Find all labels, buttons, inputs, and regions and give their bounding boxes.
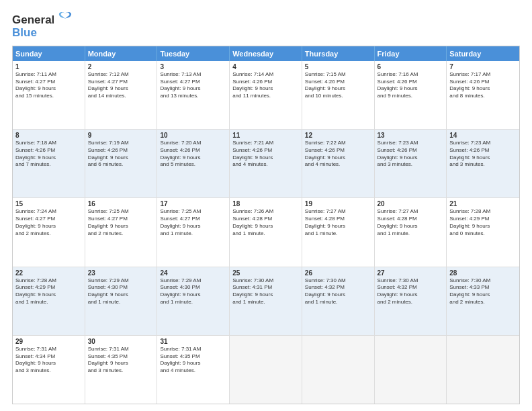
cell-line: Sunrise: 7:25 AM	[160, 208, 226, 216]
cell-line: and 5 minutes.	[160, 161, 226, 169]
cell-line: Daylight: 9 hours	[88, 223, 154, 230]
cell-line: Sunset: 4:26 PM	[160, 147, 226, 154]
cell-line: Daylight: 9 hours	[15, 223, 82, 230]
calendar: SundayMondayTuesdayWednesdayThursdayFrid…	[12, 46, 520, 404]
calendar-cell	[302, 336, 375, 404]
cell-line: Daylight: 9 hours	[232, 85, 299, 93]
cell-line: and 9 minutes.	[378, 93, 444, 100]
calendar-cell: 30Sunrise: 7:31 AMSunset: 4:35 PMDayligh…	[85, 336, 158, 404]
cell-line: Sunset: 4:26 PM	[449, 147, 517, 154]
cell-line: Sunrise: 7:28 AM	[15, 277, 82, 285]
day-number: 9	[88, 132, 154, 139]
cell-line: and 1 minute.	[160, 230, 226, 238]
calendar-cell: 10Sunrise: 7:20 AMSunset: 4:26 PMDayligh…	[157, 130, 230, 197]
cell-line: Daylight: 9 hours	[160, 291, 226, 299]
cell-line: Sunset: 4:33 PM	[449, 284, 517, 291]
cell-line: Daylight: 9 hours	[232, 291, 299, 299]
cell-line: Sunset: 4:30 PM	[160, 284, 226, 291]
cell-line: Sunrise: 7:31 AM	[15, 346, 82, 353]
cell-line: and 7 minutes.	[15, 161, 82, 169]
cell-line: and 2 minutes.	[88, 230, 154, 238]
cell-line: Sunrise: 7:31 AM	[88, 346, 154, 353]
calendar-cell: 4Sunrise: 7:14 AMSunset: 4:26 PMDaylight…	[230, 61, 302, 129]
cell-line: and 3 minutes.	[15, 367, 82, 375]
calendar-cell: 19Sunrise: 7:27 AMSunset: 4:28 PMDayligh…	[302, 198, 375, 266]
cell-line: Daylight: 9 hours	[88, 360, 154, 367]
calendar-cell: 22Sunrise: 7:28 AMSunset: 4:29 PMDayligh…	[13, 267, 85, 335]
cell-line: Sunrise: 7:17 AM	[449, 71, 517, 79]
cell-line: Sunset: 4:35 PM	[160, 353, 226, 361]
cell-line: Daylight: 9 hours	[15, 85, 82, 93]
calendar-cell	[447, 336, 519, 404]
cell-line: Daylight: 9 hours	[305, 85, 371, 93]
cell-line: Sunset: 4:26 PM	[449, 79, 517, 86]
day-number: 8	[15, 132, 82, 139]
cell-line: Sunset: 4:29 PM	[449, 216, 517, 223]
day-number: 18	[232, 200, 299, 208]
cell-line: Daylight: 9 hours	[449, 223, 517, 230]
cell-line: Daylight: 9 hours	[449, 291, 517, 299]
logo-text-blue: Blue	[12, 27, 75, 39]
cell-line: Sunset: 4:27 PM	[88, 79, 154, 86]
cell-line: Sunset: 4:35 PM	[88, 353, 154, 361]
calendar-cell: 27Sunrise: 7:30 AMSunset: 4:32 PMDayligh…	[375, 267, 447, 335]
cell-line: Sunrise: 7:13 AM	[160, 71, 226, 79]
cell-line: and 4 minutes.	[160, 367, 226, 375]
cell-line: Sunrise: 7:18 AM	[15, 140, 82, 147]
day-number: 10	[160, 132, 226, 139]
cell-line: Sunrise: 7:21 AM	[232, 140, 299, 147]
calendar-row: 22Sunrise: 7:28 AMSunset: 4:29 PMDayligh…	[13, 267, 519, 336]
cell-line: Sunrise: 7:25 AM	[88, 208, 154, 216]
calendar-cell: 15Sunrise: 7:24 AMSunset: 4:27 PMDayligh…	[13, 198, 85, 266]
cell-line: Daylight: 9 hours	[232, 223, 299, 230]
calendar-row: 15Sunrise: 7:24 AMSunset: 4:27 PMDayligh…	[13, 198, 519, 267]
cell-line: Sunrise: 7:23 AM	[449, 140, 517, 147]
cell-line: and 1 minute.	[88, 299, 154, 306]
cell-line: Sunrise: 7:27 AM	[305, 208, 371, 216]
cell-line: Sunset: 4:26 PM	[305, 79, 371, 86]
cell-line: and 1 minute.	[232, 299, 299, 306]
calendar-cell: 13Sunrise: 7:23 AMSunset: 4:26 PMDayligh…	[375, 130, 447, 197]
cell-line: Daylight: 9 hours	[378, 154, 444, 162]
cell-line: Sunset: 4:32 PM	[378, 284, 444, 291]
cell-line: Sunrise: 7:19 AM	[88, 140, 154, 147]
cell-line: Sunrise: 7:15 AM	[305, 71, 371, 79]
cell-line: and 4 minutes.	[232, 161, 299, 169]
cell-line: Sunrise: 7:30 AM	[378, 277, 444, 285]
cell-line: and 3 minutes.	[378, 161, 444, 169]
calendar-header-day: Tuesday	[157, 46, 230, 61]
header: General Blue	[12, 12, 520, 39]
calendar-cell: 14Sunrise: 7:23 AMSunset: 4:26 PMDayligh…	[447, 130, 519, 197]
calendar-cell: 20Sunrise: 7:27 AMSunset: 4:28 PMDayligh…	[375, 198, 447, 266]
calendar-cell: 17Sunrise: 7:25 AMSunset: 4:27 PMDayligh…	[157, 198, 230, 266]
cell-line: Sunset: 4:34 PM	[15, 353, 82, 361]
cell-line: Sunset: 4:32 PM	[305, 284, 371, 291]
cell-line: Sunset: 4:26 PM	[88, 147, 154, 154]
day-number: 26	[305, 269, 371, 277]
day-number: 21	[449, 200, 517, 208]
cell-line: Sunrise: 7:30 AM	[305, 277, 371, 285]
cell-line: and 6 minutes.	[88, 161, 154, 169]
cell-line: and 13 minutes.	[160, 93, 226, 100]
cell-line: Sunset: 4:30 PM	[88, 284, 154, 291]
day-number: 6	[378, 63, 444, 71]
cell-line: Daylight: 9 hours	[15, 291, 82, 299]
cell-line: and 15 minutes.	[15, 93, 82, 100]
cell-line: Daylight: 9 hours	[378, 291, 444, 299]
calendar-cell: 12Sunrise: 7:22 AMSunset: 4:26 PMDayligh…	[302, 130, 375, 197]
calendar-cell: 31Sunrise: 7:31 AMSunset: 4:35 PMDayligh…	[157, 336, 230, 404]
cell-line: Sunrise: 7:30 AM	[449, 277, 517, 285]
cell-line: Sunrise: 7:28 AM	[449, 208, 517, 216]
cell-line: Sunrise: 7:29 AM	[88, 277, 154, 285]
calendar-header-day: Thursday	[302, 46, 375, 61]
cell-line: Daylight: 9 hours	[160, 360, 226, 367]
cell-line: Daylight: 9 hours	[449, 85, 517, 93]
cell-line: and 3 minutes.	[449, 161, 517, 169]
cell-line: Daylight: 9 hours	[160, 85, 226, 93]
calendar-cell: 7Sunrise: 7:17 AMSunset: 4:26 PMDaylight…	[447, 61, 519, 129]
calendar-cell: 25Sunrise: 7:30 AMSunset: 4:31 PMDayligh…	[230, 267, 302, 335]
calendar-cell: 6Sunrise: 7:16 AMSunset: 4:26 PMDaylight…	[375, 61, 447, 129]
day-number: 2	[88, 63, 154, 71]
cell-line: and 4 minutes.	[305, 161, 371, 169]
cell-line: and 2 minutes.	[378, 299, 444, 306]
